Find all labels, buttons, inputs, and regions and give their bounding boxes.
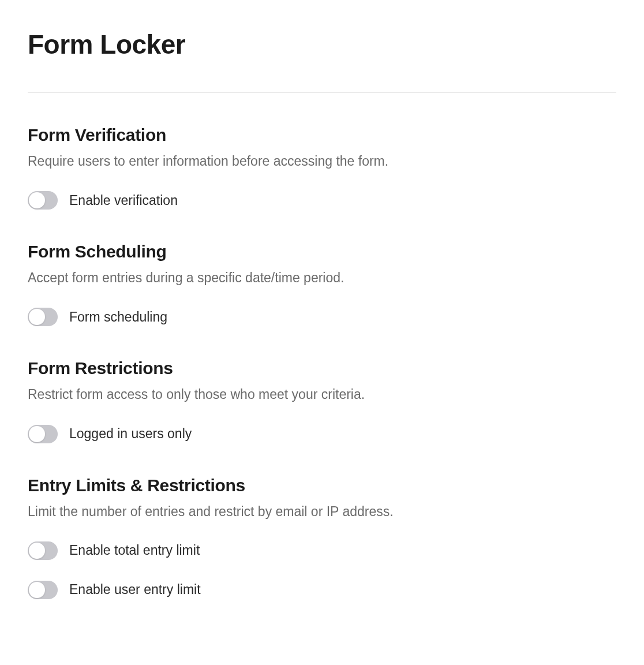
toggle-knob-icon [29, 192, 45, 208]
toggle-knob-icon [29, 582, 45, 598]
toggle-row-total-entry-limit: Enable total entry limit [28, 541, 616, 560]
toggle-label-user-entry-limit: Enable user entry limit [69, 582, 201, 597]
toggle-label-total-entry-limit: Enable total entry limit [69, 543, 200, 558]
toggle-enable-total-entry-limit[interactable] [28, 541, 58, 560]
section-desc-entry-limits: Limit the number of entries and restrict… [28, 502, 616, 521]
toggle-logged-in-users-only[interactable] [28, 425, 58, 443]
section-title-scheduling: Form Scheduling [28, 242, 616, 261]
toggle-row-enable-verification: Enable verification [28, 191, 616, 210]
toggle-enable-verification[interactable] [28, 191, 58, 210]
section-form-verification: Form Verification Require users to enter… [28, 125, 616, 210]
toggle-knob-icon [29, 309, 45, 325]
section-title-verification: Form Verification [28, 125, 616, 145]
section-form-scheduling: Form Scheduling Accept form entries duri… [28, 242, 616, 326]
toggle-row-form-scheduling: Form scheduling [28, 308, 616, 326]
toggle-row-user-entry-limit: Enable user entry limit [28, 581, 616, 599]
section-desc-restrictions: Restrict form access to only those who m… [28, 385, 616, 404]
section-entry-limits: Entry Limits & Restrictions Limit the nu… [28, 476, 616, 599]
toggle-label-form-scheduling: Form scheduling [69, 309, 167, 325]
toggle-knob-icon [29, 543, 45, 559]
section-desc-scheduling: Accept form entries during a specific da… [28, 268, 616, 287]
page-title: Form Locker [28, 29, 616, 60]
toggle-row-logged-in-users: Logged in users only [28, 425, 616, 443]
section-desc-verification: Require users to enter information befor… [28, 152, 616, 170]
divider [28, 92, 616, 93]
section-title-restrictions: Form Restrictions [28, 358, 616, 378]
toggle-form-scheduling[interactable] [28, 308, 58, 326]
toggle-knob-icon [29, 426, 45, 442]
toggle-label-logged-in-users: Logged in users only [69, 426, 192, 442]
toggle-enable-user-entry-limit[interactable] [28, 581, 58, 599]
toggle-label-enable-verification: Enable verification [69, 193, 178, 208]
section-title-entry-limits: Entry Limits & Restrictions [28, 476, 616, 495]
section-form-restrictions: Form Restrictions Restrict form access t… [28, 358, 616, 443]
